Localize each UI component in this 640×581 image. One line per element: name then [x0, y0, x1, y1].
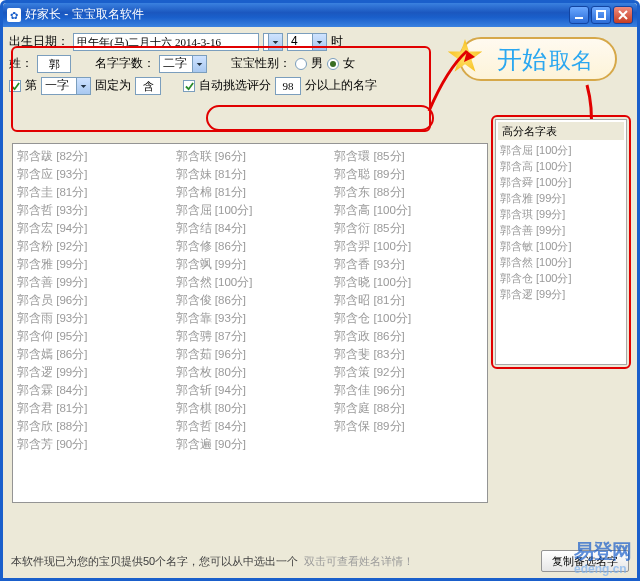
status-hint: 本软件现已为您的宝贝提供50个名字，您可以从中选出一个 [11, 554, 298, 568]
result-item[interactable]: 郭含跋 [82分] [17, 147, 166, 165]
result-item[interactable]: 郭含哲 [84分] [176, 417, 325, 435]
highscore-item[interactable]: 郭含屈 [100分] [500, 142, 622, 158]
result-item[interactable]: 郭含粉 [92分] [17, 237, 166, 255]
window-title: 好家长 - 宝宝取名软件 [25, 7, 144, 23]
fix-checkbox[interactable] [9, 80, 21, 92]
result-item[interactable]: 郭含策 [92分] [334, 363, 483, 381]
result-item[interactable]: 郭含羿 [100分] [334, 237, 483, 255]
fix-as-label: 固定为 [95, 78, 131, 94]
result-item[interactable]: 郭含斩 [94分] [176, 381, 325, 399]
gender-male-radio[interactable] [295, 58, 307, 70]
result-item[interactable]: 郭含修 [86分] [176, 237, 325, 255]
result-item[interactable]: 郭含圭 [81分] [17, 183, 166, 201]
result-item[interactable]: 郭含佳 [96分] [334, 381, 483, 399]
result-item[interactable]: 郭含嫣 [86分] [17, 345, 166, 363]
fix-pos-dropdown[interactable]: 一字 [41, 77, 91, 95]
result-item[interactable]: 郭含庭 [88分] [334, 399, 483, 417]
result-item[interactable]: 郭含联 [96分] [176, 147, 325, 165]
result-item[interactable]: 郭含遍 [90分] [176, 435, 325, 453]
result-item[interactable]: 郭含政 [86分] [334, 327, 483, 345]
gender-female-label: 女 [343, 56, 355, 72]
result-item[interactable]: 郭含宏 [94分] [17, 219, 166, 237]
result-item[interactable]: 郭含靠 [93分] [176, 309, 325, 327]
hour-dropdown[interactable]: 4 [287, 33, 327, 51]
highscore-item[interactable]: 郭含逻 [99分] [500, 286, 622, 302]
gender-male-label: 男 [311, 56, 323, 72]
result-item[interactable]: 郭含善 [99分] [17, 273, 166, 291]
result-item[interactable]: 郭含雅 [99分] [17, 255, 166, 273]
result-item[interactable]: 郭含高 [100分] [334, 201, 483, 219]
result-item[interactable]: 郭含保 [89分] [334, 417, 483, 435]
surname-input[interactable] [37, 55, 71, 73]
result-item[interactable]: 郭含屈 [100分] [176, 201, 325, 219]
result-item[interactable]: 郭含霖 [84分] [17, 381, 166, 399]
result-item[interactable]: 郭含雨 [93分] [17, 309, 166, 327]
result-item[interactable]: 郭含香 [93分] [334, 255, 483, 273]
highscore-item[interactable]: 郭含善 [99分] [500, 222, 622, 238]
highscore-item[interactable]: 郭含琪 [99分] [500, 206, 622, 222]
status-bar: 本软件现已为您的宝贝提供50个名字，您可以从中选出一个 双击可查看姓名详情！ 复… [11, 550, 629, 572]
results-listbox[interactable]: 郭含跋 [82分]郭含联 [96分]郭含環 [85分]郭含应 [93分]郭含妹 … [12, 143, 488, 503]
status-hint2: 双击可查看姓名详情！ [304, 554, 414, 568]
auto-score-input[interactable] [275, 77, 301, 95]
result-item[interactable]: 郭含棋 [80分] [176, 399, 325, 417]
auto-tail: 分以上的名字 [305, 78, 377, 94]
result-item[interactable]: 郭含然 [100分] [176, 273, 325, 291]
highscore-item[interactable]: 郭含敏 [100分] [500, 238, 622, 254]
result-item[interactable]: 郭含君 [81分] [17, 399, 166, 417]
highscore-item[interactable]: 郭含雅 [99分] [500, 190, 622, 206]
app-icon: ✿ [7, 8, 21, 22]
hour-unit: 时 [331, 34, 343, 50]
auto-checkbox[interactable] [183, 80, 195, 92]
result-item[interactable]: 郭含俊 [86分] [176, 291, 325, 309]
fix-lead: 第 [25, 78, 37, 94]
name-len-dropdown[interactable]: 二字 [159, 55, 207, 73]
birth-date-input[interactable] [73, 33, 259, 51]
result-item[interactable]: 郭含芳 [90分] [17, 435, 166, 453]
highscore-panel: 高分名字表 郭含屈 [100分]郭含高 [100分]郭含舜 [100分]郭含雅 … [495, 119, 627, 365]
result-item[interactable] [334, 435, 483, 453]
result-item[interactable]: 郭含逻 [99分] [17, 363, 166, 381]
gender-female-radio[interactable] [327, 58, 339, 70]
result-item[interactable]: 郭含骋 [87分] [176, 327, 325, 345]
maximize-button[interactable] [591, 6, 611, 24]
result-item[interactable]: 郭含昭 [81分] [334, 291, 483, 309]
highscore-list[interactable]: 郭含屈 [100分]郭含高 [100分]郭含舜 [100分]郭含雅 [99分]郭… [498, 140, 624, 304]
result-item[interactable]: 郭含枚 [80分] [176, 363, 325, 381]
result-item[interactable]: 郭含聪 [89分] [334, 165, 483, 183]
result-item[interactable]: 郭含员 [96分] [17, 291, 166, 309]
result-item[interactable]: 郭含哲 [93分] [17, 201, 166, 219]
result-item[interactable]: 郭含欣 [88分] [17, 417, 166, 435]
result-item[interactable]: 郭含仰 [95分] [17, 327, 166, 345]
result-item[interactable]: 郭含应 [93分] [17, 165, 166, 183]
highscore-item[interactable]: 郭含仓 [100分] [500, 270, 622, 286]
result-item[interactable]: 郭含環 [85分] [334, 147, 483, 165]
result-item[interactable]: 郭含衍 [85分] [334, 219, 483, 237]
gender-label: 宝宝性别： [231, 56, 291, 72]
close-button[interactable] [613, 6, 633, 24]
result-item[interactable]: 郭含茹 [96分] [176, 345, 325, 363]
surname-label: 姓： [9, 56, 33, 72]
result-item[interactable]: 郭含东 [88分] [334, 183, 483, 201]
result-item[interactable]: 郭含仓 [100分] [334, 309, 483, 327]
highscore-title: 高分名字表 [498, 122, 624, 140]
highscore-item[interactable]: 郭含高 [100分] [500, 158, 622, 174]
fix-char-input[interactable] [135, 77, 161, 95]
result-item[interactable]: 郭含妹 [81分] [176, 165, 325, 183]
birth-cal-dropdown[interactable] [263, 33, 283, 51]
birth-label: 出生日期： [9, 34, 69, 50]
highscore-item[interactable]: 郭含然 [100分] [500, 254, 622, 270]
result-item[interactable]: 郭含结 [84分] [176, 219, 325, 237]
titlebar: ✿ 好家长 - 宝宝取名软件 [3, 3, 637, 27]
result-item[interactable]: 郭含棉 [81分] [176, 183, 325, 201]
auto-label: 自动挑选评分 [199, 78, 271, 94]
minimize-button[interactable] [569, 6, 589, 24]
highscore-item[interactable]: 郭含舜 [100分] [500, 174, 622, 190]
result-item[interactable]: 郭含斐 [83分] [334, 345, 483, 363]
watermark: 易登网 edeng.cn [574, 538, 631, 574]
start-button[interactable]: 开始取名 [447, 35, 629, 83]
result-item[interactable]: 郭含飒 [99分] [176, 255, 325, 273]
result-item[interactable]: 郭含晓 [100分] [334, 273, 483, 291]
name-len-label: 名字字数： [95, 56, 155, 72]
